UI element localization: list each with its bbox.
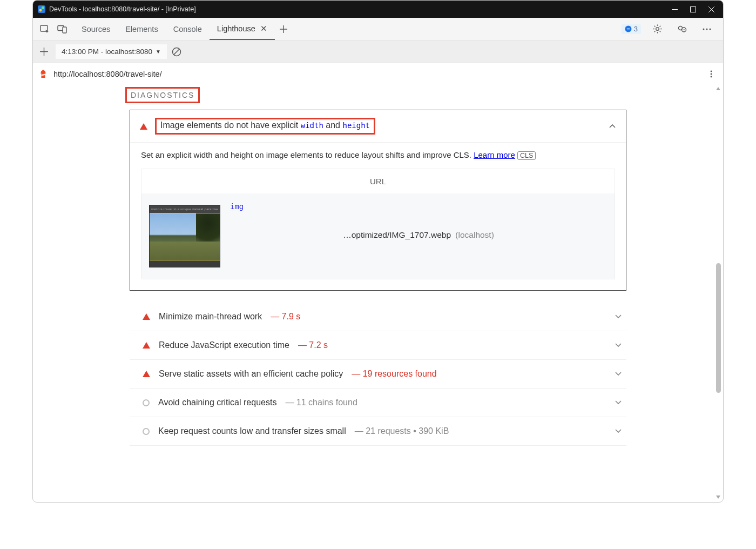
lighthouse-logo-icon [38, 69, 48, 79]
fail-triangle-icon [140, 123, 147, 130]
chevron-down-icon [615, 313, 622, 320]
audit-row-metric: — 19 resources found [352, 369, 436, 379]
report-selector[interactable]: 4:13:00 PM - localhost:8080 ▼ [56, 44, 167, 59]
tab-sources[interactable]: Sources [74, 19, 118, 39]
chevron-down-icon [615, 342, 622, 349]
fail-triangle-icon [143, 342, 150, 349]
svg-point-25 [683, 29, 684, 30]
element-thumbnail: visitors travel in a unique natural para… [149, 205, 220, 267]
chevron-up-icon [609, 123, 616, 130]
svg-rect-2 [42, 6, 44, 9]
svg-rect-0 [38, 5, 45, 13]
devtools-window: DevTools - localhost:8080/travel-site/ -… [32, 0, 724, 503]
tab-label: Elements [125, 25, 158, 34]
report-url-bar: http://localhost:8080/travel-site/ [33, 63, 723, 85]
tab-lighthouse[interactable]: Lighthouse ✕ [210, 18, 275, 40]
report-content: DIAGNOSTICS Image elements do not have e… [130, 85, 626, 446]
svg-line-19 [654, 26, 655, 27]
svg-line-33 [174, 49, 180, 55]
tab-console[interactable]: Console [166, 19, 210, 39]
more-menu-icon[interactable] [698, 21, 716, 38]
audit-row[interactable]: Serve static assets with an efficient ca… [130, 360, 626, 389]
audit-title-text: Image elements do not have explicit [160, 120, 301, 130]
svg-point-24 [682, 28, 686, 32]
caret-down-icon: ▼ [156, 49, 161, 55]
close-icon[interactable]: ✕ [260, 24, 267, 34]
tab-label: Sources [82, 25, 110, 34]
svg-point-26 [684, 29, 685, 30]
report-menu-icon[interactable] [705, 70, 718, 78]
tab-label: Lighthouse [217, 24, 255, 33]
audit-title: Image elements do not have explicit widt… [155, 118, 601, 135]
clear-report-icon[interactable] [171, 46, 182, 57]
device-toolbar-icon[interactable] [53, 21, 71, 38]
audit-body: Set an explicit width and height on imag… [130, 143, 626, 290]
svg-rect-35 [40, 72, 46, 73]
audit-row-title: Avoid chaining critical requests [158, 398, 276, 407]
audit-row[interactable]: Reduce JavaScript execution time— 7.2 s [130, 331, 626, 360]
scrollbar[interactable] [714, 85, 722, 501]
chevron-down-icon [615, 370, 622, 378]
audit-row[interactable]: Keep request counts low and transfer siz… [130, 417, 626, 446]
window-controls [670, 5, 716, 14]
settings-gear-icon[interactable] [649, 21, 666, 38]
add-tab-button[interactable] [275, 21, 292, 38]
table-row: visitors travel in a unique natural para… [141, 193, 615, 279]
audit-table: URL visitors travel in a unique natural … [141, 169, 615, 279]
window-title: DevTools - localhost:8080/travel-site/ -… [49, 5, 670, 13]
lighthouse-toolbar: 4:13:00 PM - localhost:8080 ▼ [33, 41, 723, 63]
info-circle-icon [143, 428, 150, 435]
svg-line-22 [659, 26, 660, 27]
tab-elements[interactable]: Elements [118, 19, 165, 39]
svg-point-28 [706, 28, 708, 30]
audit-row-title: Keep request counts low and transfer siz… [158, 426, 346, 436]
audit-description-text: Set an explicit width and height on imag… [141, 150, 474, 159]
report-selector-label: 4:13:00 PM - localhost:8080 [62, 48, 152, 56]
svg-marker-39 [716, 87, 720, 90]
svg-line-20 [659, 31, 660, 32]
audit-row-metric: — 21 requests • 390 KiB [355, 426, 449, 436]
audit-expanded-card: Image elements do not have explicit widt… [130, 110, 626, 291]
minimize-button[interactable] [670, 5, 679, 14]
code-keyword: width [301, 121, 323, 130]
new-report-button[interactable] [36, 44, 51, 59]
thumbnail-image [150, 213, 220, 260]
svg-point-38 [711, 76, 712, 77]
audit-title-highlight: Image elements do not have explicit widt… [155, 118, 375, 135]
info-circle-icon [143, 399, 150, 406]
audit-row[interactable]: Minimize main-thread work— 7.9 s [130, 303, 626, 331]
scroll-thumb[interactable] [716, 263, 721, 393]
close-window-button[interactable] [707, 5, 716, 14]
feedback-icon[interactable] [673, 21, 691, 38]
window-titlebar: DevTools - localhost:8080/travel-site/ -… [33, 1, 723, 18]
issues-count-label: 3 [634, 25, 638, 33]
resource-url: …optimized/IMG_1707.webp (localhost) [343, 230, 494, 271]
audit-header[interactable]: Image elements do not have explicit widt… [130, 110, 626, 143]
fail-triangle-icon [143, 371, 150, 377]
scroll-up-icon[interactable] [714, 85, 722, 92]
report-url: http://localhost:8080/travel-site/ [53, 70, 162, 78]
panel-tabs: Sources Elements Console Lighthouse ✕ [74, 18, 292, 39]
cls-badge: CLS [517, 151, 536, 160]
issues-counter[interactable]: 3 [622, 24, 641, 34]
audit-row-metric: — 11 chains found [285, 398, 357, 407]
devtools-app-icon [37, 5, 46, 14]
audit-row-metric: — 7.2 s [298, 340, 328, 350]
tab-label: Console [173, 25, 202, 34]
audit-row[interactable]: Avoid chaining critical requests— 11 cha… [130, 389, 626, 417]
scroll-down-icon[interactable] [714, 493, 722, 501]
audit-row-title: Minimize main-thread work [159, 312, 262, 322]
svg-rect-13 [627, 29, 630, 30]
panel-tabstrip: Sources Elements Console Lighthouse ✕ 3 [33, 18, 723, 41]
svg-point-14 [656, 28, 659, 31]
learn-more-link[interactable]: Learn more [474, 150, 515, 159]
section-header-diagnostics: DIAGNOSTICS [125, 87, 200, 103]
svg-point-29 [710, 28, 711, 30]
maximize-button[interactable] [688, 5, 697, 14]
report-viewport: DIAGNOSTICS Image elements do not have e… [34, 85, 722, 501]
audit-row-title: Serve static assets with an efficient ca… [159, 369, 343, 379]
table-header-url: URL [141, 169, 615, 193]
audit-description: Set an explicit width and height on imag… [141, 150, 615, 160]
inspect-element-icon[interactable] [36, 21, 53, 38]
chevron-down-icon [615, 399, 622, 406]
